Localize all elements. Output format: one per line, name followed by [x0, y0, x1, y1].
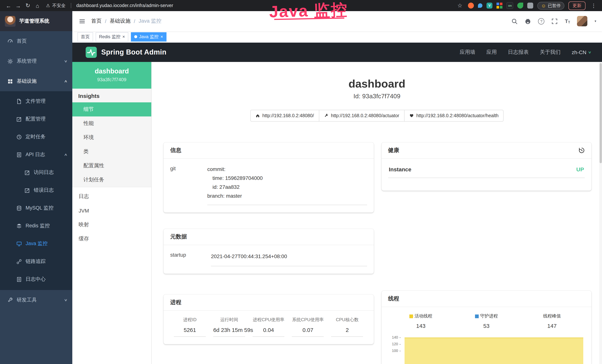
- browser-menu-icon[interactable]: ⋮: [590, 1, 598, 10]
- sba-logo-icon[interactable]: [86, 47, 97, 58]
- error-log-icon: [24, 187, 30, 193]
- sidebar-item-home[interactable]: 首页: [0, 31, 72, 51]
- extension-fox-icon[interactable]: [468, 3, 474, 9]
- sba-nav-wall[interactable]: 应用墙: [460, 49, 475, 56]
- sidebar-item-system[interactable]: 系统管理 ∨: [0, 51, 72, 71]
- sidebar-item-link-tracing[interactable]: 链路追踪: [0, 253, 72, 270]
- bookmark-star-icon[interactable]: ☆: [456, 1, 464, 10]
- extension-leaf-icon[interactable]: [517, 3, 523, 9]
- home-icon: [255, 114, 260, 118]
- git-commit-line: commit:: [207, 165, 367, 173]
- breadcrumb-home[interactable]: 首页: [91, 18, 102, 24]
- close-icon[interactable]: ×: [160, 34, 163, 39]
- live-threads-area: [404, 337, 583, 364]
- scrollbar-track[interactable]: [599, 62, 602, 364]
- sidebar-item-log-center[interactable]: 日志中心: [0, 270, 72, 288]
- security-label[interactable]: 不安全: [52, 2, 66, 9]
- sba-item-details[interactable]: 细节: [72, 102, 151, 117]
- heart-icon: [409, 114, 414, 118]
- sidebar-item-label: 文件管理: [26, 98, 69, 105]
- close-icon[interactable]: ×: [122, 34, 125, 39]
- legend-swatch-yellow: [409, 314, 413, 318]
- user-avatar[interactable]: [577, 16, 588, 26]
- extension-vue-icon[interactable]: V: [486, 3, 493, 9]
- url-text[interactable]: dashboard.yudao.iocoder.cn/infra/admin-s…: [76, 3, 173, 8]
- sba-item-caches[interactable]: 缓存: [72, 232, 151, 246]
- sba-item-scheduled-tasks[interactable]: 计划任务: [72, 173, 151, 187]
- breadcrumb-current: Java 监控: [139, 18, 161, 24]
- sba-language-select[interactable]: zh-CN ∨: [572, 49, 591, 55]
- sba-nav-journal[interactable]: 日志报表: [508, 49, 528, 56]
- paused-badge[interactable]: ☺ 已暂停: [537, 2, 564, 10]
- forward-icon[interactable]: →: [14, 1, 22, 10]
- health-row[interactable]: Instance UP: [388, 165, 585, 178]
- sidebar-item-file-mgmt[interactable]: 文件管理: [0, 92, 72, 110]
- sba-item-logs[interactable]: 日志: [72, 190, 151, 203]
- update-button[interactable]: 更新: [569, 1, 585, 10]
- instance-url-button[interactable]: http://192.168.0.2:48080/: [250, 110, 319, 122]
- actuator-url-label: http://192.168.0.2:48080/actuator: [331, 113, 399, 118]
- sba-nav-about[interactable]: 关于我们: [540, 49, 560, 56]
- breadcrumb-infra[interactable]: 基础设施: [110, 18, 130, 24]
- scrollbar-thumb[interactable]: [600, 63, 602, 163]
- sidebar-item-dev-tools[interactable]: 研发工具 ∨: [0, 290, 72, 310]
- screen: ← → ↻ ⌂ ⚠ 不安全 dashboard.yudao.iocoder.cn…: [0, 0, 602, 364]
- help-icon[interactable]: ?: [538, 18, 545, 24]
- link-icon: [16, 259, 22, 264]
- metric-label: 运行时间: [210, 317, 249, 323]
- extension-on-badge[interactable]: on: [506, 2, 513, 9]
- tag-redis-monitor[interactable]: Redis 监控 ×: [96, 32, 128, 41]
- smiley-icon: ☺: [541, 3, 546, 8]
- fullscreen-icon[interactable]: [552, 18, 558, 24]
- sba-item-config-props[interactable]: 配置属性: [72, 159, 151, 173]
- history-icon[interactable]: [579, 147, 585, 153]
- sidebar-item-api-logs[interactable]: API 日志 ∧: [0, 146, 72, 163]
- metric-value: 0.04: [253, 327, 284, 337]
- divider: [71, 3, 71, 8]
- sidebar-item-access-logs[interactable]: 访问日志: [0, 163, 72, 181]
- sba-item-environment[interactable]: 环境: [72, 130, 151, 145]
- health-url-button[interactable]: http://192.168.0.2:48080/actuator/health: [404, 110, 504, 122]
- sba-item-jvm[interactable]: JVM: [72, 203, 151, 218]
- y-axis-tick: 100: [388, 349, 401, 353]
- hamburger-icon[interactable]: [79, 18, 85, 24]
- access-log-icon: [24, 170, 30, 175]
- sidebar-item-redis-monitor[interactable]: Redis 监控: [0, 217, 72, 235]
- sba-item-classes[interactable]: 类: [72, 145, 151, 159]
- sidebar-item-infrastructure[interactable]: 基础设施 ∧: [0, 71, 72, 91]
- chevron-down-icon: ∨: [64, 59, 68, 63]
- sba-item-metrics[interactable]: 性能: [72, 117, 151, 130]
- sidebar-item-config-mgmt[interactable]: 配置管理: [0, 110, 72, 128]
- sidebar-item-mysql-monitor[interactable]: MySQL 监控: [0, 199, 72, 217]
- sba-nav-applications[interactable]: 应用: [486, 49, 497, 56]
- avatar-caret-icon[interactable]: ▾: [595, 19, 596, 23]
- app-logo[interactable]: 芋道管理系统: [0, 11, 72, 31]
- metric-label: 进程CPU使用率: [249, 317, 288, 323]
- extension-grid-icon[interactable]: [496, 3, 502, 9]
- legend-value: 53: [454, 323, 519, 329]
- address-bar[interactable]: ⚠ 不安全 dashboard.yudao.iocoder.cn/infra/a…: [46, 2, 173, 9]
- sba-instance-header[interactable]: dashboard 93a3fc7f7409: [72, 62, 151, 89]
- sba-item-mappings[interactable]: 映射: [72, 218, 151, 232]
- browser-home-icon[interactable]: ⌂: [33, 1, 42, 10]
- metric-pid: 进程ID 5261: [170, 317, 210, 337]
- back-icon[interactable]: ←: [4, 1, 13, 10]
- refresh-icon[interactable]: ↻: [24, 1, 32, 10]
- github-icon[interactable]: [525, 18, 531, 24]
- search-icon[interactable]: [512, 18, 518, 24]
- clock-icon: [16, 134, 22, 140]
- card-title: 进程: [170, 299, 181, 306]
- sidebar-item-scheduled-jobs[interactable]: 定时任务: [0, 128, 72, 146]
- tag-java-monitor[interactable]: Java 监控 ×: [131, 32, 166, 41]
- extension-drop-icon[interactable]: [478, 3, 483, 8]
- extensions-puzzle-icon[interactable]: [527, 3, 533, 9]
- legend-label: 线程峰值: [543, 313, 561, 319]
- sidebar-item-error-logs[interactable]: 错误日志: [0, 181, 72, 199]
- sidebar-item-java-monitor[interactable]: Java 监控: [0, 235, 72, 253]
- actuator-url-button[interactable]: http://192.168.0.2:48080/actuator: [319, 110, 404, 122]
- tag-label: 首页: [81, 33, 90, 40]
- tag-home[interactable]: 首页: [77, 32, 93, 41]
- chevron-down-icon: ∨: [64, 298, 68, 302]
- sidebar-item-label: MySQL 监控: [26, 205, 69, 211]
- font-size-icon[interactable]: TT: [565, 18, 570, 24]
